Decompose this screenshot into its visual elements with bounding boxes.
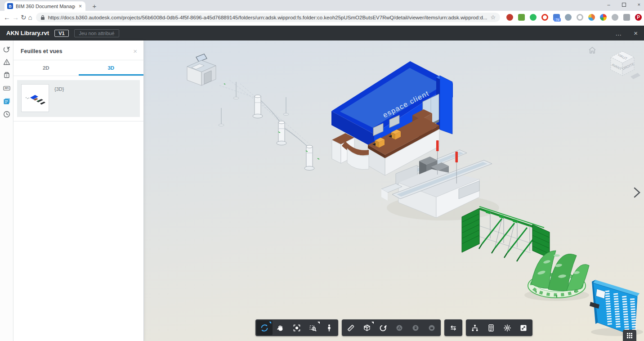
dropdown-triangle-icon [371, 322, 374, 324]
back-icon[interactable]: ← [4, 13, 10, 21]
cloud-extension-icon[interactable] [612, 14, 618, 21]
first-person-icon [325, 323, 334, 332]
calendar-badge: 7d [554, 18, 561, 22]
browser-home-icon[interactable]: ⌂ [28, 13, 32, 21]
properties-button[interactable] [483, 320, 499, 335]
green-rack[interactable] [462, 206, 550, 261]
fullscreen-icon [519, 323, 528, 332]
browser-tabstrip: B BIM 360 Document Management × + – × [0, 0, 644, 11]
calendar-extension-icon[interactable]: 7d [553, 14, 560, 21]
thumbnail-grid-button[interactable] [623, 330, 636, 341]
version-badge[interactable]: V1 [54, 30, 68, 37]
chrome-extension-icon[interactable] [600, 14, 607, 21]
window-maximize-button[interactable] [622, 3, 626, 7]
window-minimize-button[interactable]: – [607, 2, 610, 7]
tab-favicon-icon: B [7, 3, 13, 9]
reload-icon[interactable]: ↻ [21, 13, 27, 22]
issues-rail-icon[interactable] [3, 58, 11, 66]
parcel-locker[interactable] [590, 280, 643, 336]
viewer-close-icon[interactable]: × [634, 29, 638, 37]
swap-button[interactable] [445, 320, 461, 335]
photo-button-disabled [424, 320, 440, 335]
pinterest-extension-icon[interactable]: P [635, 14, 642, 21]
browser-tab[interactable]: B BIM 360 Document Management × [4, 1, 85, 11]
capture-extension-icon[interactable] [518, 14, 525, 21]
rfi-rail-icon[interactable]: RFI [3, 84, 11, 92]
grid-icon [626, 332, 633, 339]
zoom-window-icon [309, 323, 318, 332]
opera-extension-icon[interactable] [541, 14, 548, 21]
first-person-button[interactable] [321, 320, 337, 335]
svg-text:RFI: RFI [4, 87, 9, 90]
model-browser-button[interactable] [467, 320, 483, 335]
issue-button-disabled [391, 320, 407, 335]
home-view-icon[interactable] [588, 46, 597, 54]
application-window: B BIM 360 Document Management × + – × ← … [0, 0, 644, 341]
view-cube[interactable]: HAUT AVANT DROITE [605, 48, 641, 86]
panel-title: Feuilles et vues [21, 48, 133, 54]
view-thumbnail [21, 84, 49, 112]
pan-button[interactable] [273, 320, 289, 335]
fit-to-view-button[interactable] [289, 320, 305, 335]
measure-icon [346, 323, 355, 332]
window-close-button[interactable]: × [638, 2, 640, 7]
pan-hand-icon [276, 323, 285, 332]
orbit-icon [260, 323, 269, 332]
settings-button[interactable] [499, 320, 515, 335]
model-browser-icon [470, 323, 479, 332]
more-options-icon[interactable]: … [615, 30, 622, 37]
dropdown-triangle-icon [269, 322, 271, 324]
toolbar-group-settings [466, 319, 532, 336]
measure-button[interactable] [343, 320, 359, 335]
bookmark-star-icon[interactable]: ☆ [490, 14, 496, 21]
pin-extension-icon[interactable] [506, 14, 513, 21]
sheets-views-rail-icon-active[interactable] [3, 97, 11, 105]
toolbar-group-compare [444, 319, 462, 336]
lock-icon [40, 15, 45, 20]
tab-title: BIM 360 Document Management [16, 4, 75, 9]
pdf-extension-icon[interactable] [623, 14, 630, 21]
history-rail-icon[interactable] [3, 110, 11, 118]
file-name: AKN Library.rvt [6, 30, 49, 36]
view-list-item-3d[interactable]: {3D} [17, 80, 140, 117]
fit-to-view-icon [292, 323, 301, 332]
panel-tabs: 2D 3D [13, 60, 143, 76]
ticket-kiosk[interactable] [187, 54, 216, 85]
dropbox-extension-icon[interactable] [565, 14, 572, 21]
properties-icon [487, 323, 496, 332]
viewer-toolbar [255, 319, 532, 336]
evernote-extension-icon[interactable] [530, 14, 537, 21]
round-display-stand[interactable] [524, 251, 589, 301]
viewer-canvas[interactable]: espace client [144, 40, 644, 341]
view-list: {3D} [13, 76, 143, 121]
next-document-arrow[interactable] [632, 186, 642, 199]
view-label: {3D} [54, 86, 64, 92]
orbit-button[interactable] [256, 320, 273, 335]
new-tab-button[interactable]: + [89, 1, 100, 11]
photo-disabled-icon [427, 323, 436, 332]
panel-close-icon[interactable]: × [133, 47, 137, 55]
markup-button[interactable] [375, 320, 391, 335]
tab-3d[interactable]: 3D [79, 60, 144, 76]
sheets-views-panel: Feuilles et vues × 2D 3D [13, 40, 144, 341]
zoom-window-button[interactable] [305, 320, 321, 335]
fullscreen-button[interactable] [515, 320, 532, 335]
rfi-button-disabled [407, 320, 424, 335]
arc-extension-icon[interactable] [588, 14, 595, 21]
section-button[interactable] [359, 320, 375, 335]
3d-viewport[interactable]: espace client [144, 40, 644, 341]
set-badge[interactable]: Jeu non attribué [74, 29, 120, 37]
queue-barriers[interactable] [219, 80, 319, 170]
url-text[interactable]: https://docs.b360.autodesk.com/projects/… [48, 15, 487, 20]
dropdown-triangle-icon [318, 322, 320, 324]
markup-rail-icon[interactable] [3, 45, 11, 53]
markup-icon [379, 323, 388, 332]
toolbar-group-navigation [255, 319, 338, 336]
url-bar[interactable]: https://docs.b360.autodesk.com/projects/… [36, 13, 500, 22]
section-icon [362, 323, 371, 332]
tab-close-icon[interactable]: × [78, 3, 83, 9]
tab-2d[interactable]: 2D [13, 60, 79, 76]
forward-icon[interactable]: → [12, 13, 19, 21]
field-issues-rail-icon[interactable] [3, 71, 11, 79]
loop-extension-icon[interactable] [577, 14, 583, 21]
